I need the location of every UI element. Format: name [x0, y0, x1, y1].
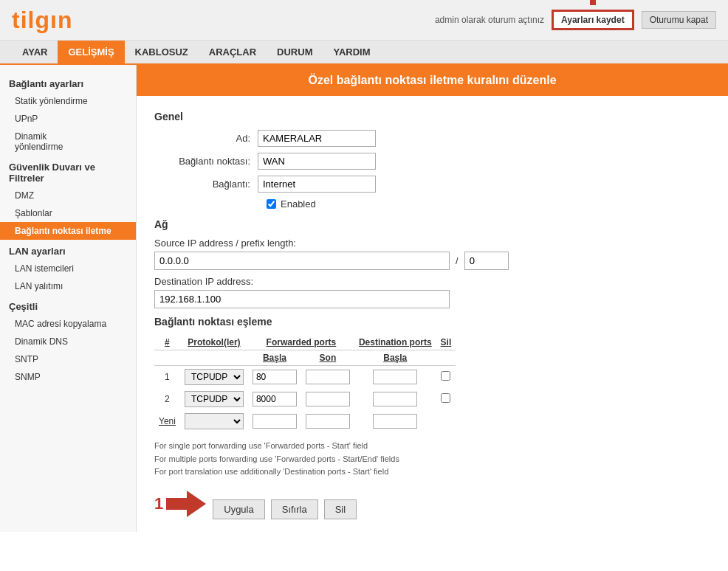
- info-line-3: For port translation use additionally 'D…: [154, 466, 710, 479]
- connection-input[interactable]: [258, 153, 376, 170]
- new-fwd-end-cell: [301, 410, 354, 432]
- row2-protocol: TCPUDP TCP UDP: [180, 388, 248, 410]
- new-protocol-select[interactable]: TCPUDP TCP UDP: [185, 413, 244, 429]
- row2-dest-start-input[interactable]: [373, 392, 417, 406]
- general-heading: Genel: [154, 111, 710, 122]
- content-area: Genel Ad: Bağlantı noktası: Bağlantı: En…: [137, 96, 728, 532]
- enabled-label: Enabled: [281, 198, 316, 210]
- sub-start-1: Başla: [248, 350, 301, 366]
- new-dest-start-input[interactable]: [373, 414, 417, 429]
- row1-fwd-start-input[interactable]: [253, 370, 297, 384]
- annotation-1-label: 1: [154, 494, 163, 513]
- admin-text: admin olarak oturum açtınız: [435, 15, 544, 25]
- row2-delete: [436, 388, 456, 410]
- sidebar-link-sntp[interactable]: SNTP: [0, 350, 136, 368]
- new-row-label: Yeni: [154, 410, 180, 432]
- slash-separator: /: [456, 255, 459, 266]
- dest-ip-input[interactable]: [154, 290, 450, 308]
- col-forwarded-ports: Forwarded ports: [248, 335, 354, 350]
- network-heading: Ağ: [154, 218, 710, 230]
- prefix-input[interactable]: [464, 252, 509, 270]
- new-fwd-start-input[interactable]: [253, 414, 297, 429]
- new-protocol-cell: TCPUDP TCP UDP: [180, 410, 248, 432]
- sidebar-link-baglanti-iletme[interactable]: Bağlantı noktası iletme: [0, 222, 136, 240]
- sidebar-link-dinamik-dns[interactable]: Dinamik DNS: [0, 333, 136, 350]
- nav-kablosuz[interactable]: KABLOSUZ: [125, 41, 199, 63]
- sidebar-section-baglanti: Bağlantı ayarları: [0, 72, 136, 92]
- sidebar-link-lan-istemci[interactable]: LAN istemcileri: [0, 260, 136, 277]
- new-fwd-start-cell: [248, 410, 301, 432]
- sidebar-section-lan: LAN ayarları: [0, 240, 136, 260]
- row1-delete-checkbox[interactable]: [441, 371, 450, 381]
- row1-protocol-select[interactable]: TCPUDP TCP UDP: [185, 369, 244, 385]
- logout-button[interactable]: Oturumu kapat: [642, 11, 716, 29]
- logo: tilgın: [12, 7, 72, 34]
- row1-delete: [436, 366, 456, 389]
- sidebar-link-statik[interactable]: Statik yönlendirme: [0, 92, 136, 110]
- name-label: Ad:: [154, 133, 258, 144]
- row1-fwd-end-input[interactable]: [306, 370, 350, 384]
- sidebar-section-guvenlik: Güvenlik Duvarı ve Filtreler: [0, 156, 136, 187]
- source-ip-input[interactable]: [154, 252, 450, 270]
- dest-ip-label: Destination IP address:: [154, 276, 710, 287]
- sidebar-link-dmz[interactable]: DMZ: [0, 187, 136, 204]
- nav-araclar[interactable]: ARAÇLAR: [199, 41, 267, 63]
- arrow-up-icon: [583, 0, 603, 10]
- sidebar-link-lan-yalitim[interactable]: LAN yalıtımı: [0, 277, 136, 295]
- col-protocols: Protokol(ler): [180, 335, 248, 350]
- svg-marker-4: [187, 491, 206, 517]
- table-row: 1 TCPUDP TCP UDP: [154, 366, 456, 389]
- page-title: Özel bağlantı noktası iletme kuralını dü…: [137, 65, 728, 96]
- row2-num: 2: [154, 388, 180, 410]
- internet-input[interactable]: [258, 176, 376, 193]
- main-nav: AYAR GELİŞMİŞ KABLOSUZ ARAÇLAR DURUM YAR…: [0, 41, 728, 65]
- row1-dest-start-input[interactable]: [373, 370, 417, 384]
- svg-rect-1: [590, 0, 596, 5]
- row2-protocol-select[interactable]: TCPUDP TCP UDP: [185, 391, 244, 407]
- new-dest-start-cell: [354, 410, 436, 432]
- sidebar-link-sablonlar[interactable]: Şablonlar: [0, 204, 136, 222]
- name-input[interactable]: [258, 130, 376, 147]
- save-button[interactable]: Ayarları kaydet: [552, 10, 634, 30]
- sidebar-link-snmp[interactable]: SNMP: [0, 368, 136, 386]
- table-row: 2 TCPUDP TCP UDP: [154, 388, 456, 410]
- nav-gelismis[interactable]: GELİŞMİŞ: [58, 41, 124, 63]
- delete-button[interactable]: Sil: [324, 499, 357, 519]
- row2-fwd-end-input[interactable]: [306, 392, 350, 406]
- reset-button[interactable]: Sıfırla: [271, 499, 318, 519]
- enabled-checkbox[interactable]: [267, 199, 276, 209]
- action-buttons: Uygula Sıfırla Sil: [213, 499, 357, 519]
- row2-fwd-end: [301, 388, 354, 410]
- info-text: For single port forwarding use 'Forwarde…: [154, 440, 710, 479]
- row1-num: 1: [154, 366, 180, 389]
- nav-durum[interactable]: DURUM: [267, 41, 323, 63]
- new-fwd-end-input[interactable]: [306, 414, 350, 429]
- svg-rect-3: [166, 498, 190, 510]
- new-row: Yeni TCPUDP TCP UDP: [154, 410, 456, 432]
- row1-protocol: TCPUDP TCP UDP: [180, 366, 248, 389]
- row1-fwd-start: [248, 366, 301, 389]
- apply-button[interactable]: Uygula: [213, 499, 264, 519]
- info-line-2: For multiple ports forwarding use 'Forwa…: [154, 453, 710, 466]
- enabled-row: Enabled: [267, 198, 710, 210]
- sidebar-link-mac[interactable]: MAC adresi kopyalama: [0, 315, 136, 333]
- sidebar-link-dinamik-yon[interactable]: Dinamikyönlendirme: [0, 128, 136, 156]
- port-mapping-heading: Bağlantı noktası eşleme: [154, 316, 710, 328]
- sidebar-link-upnp[interactable]: UPnP: [0, 110, 136, 128]
- arrow-right-icon: [166, 488, 207, 520]
- row2-delete-checkbox[interactable]: [441, 393, 450, 403]
- source-ip-row: /: [154, 252, 710, 270]
- info-line-1: For single port forwarding use 'Forwarde…: [154, 440, 710, 453]
- nav-ayar[interactable]: AYAR: [12, 41, 58, 63]
- nav-yardim[interactable]: YARDIM: [323, 41, 380, 63]
- connection-label: Bağlantı noktası:: [154, 156, 258, 167]
- internet-label: Bağlantı:: [154, 179, 258, 190]
- col-delete-header: Sil: [436, 335, 456, 350]
- internet-row: Bağlantı:: [154, 176, 710, 193]
- sidebar: Bağlantı ayarları Statik yönlendirme UPn…: [0, 65, 137, 532]
- row1-dest-start: [354, 366, 436, 389]
- top-right-area: admin olarak oturum açtınız Ayarları kay…: [435, 10, 716, 30]
- action-area: 1 Uygula Sıfırla Sil: [154, 488, 710, 520]
- row2-fwd-start-input[interactable]: [253, 392, 297, 406]
- connection-point-row: Bağlantı noktası:: [154, 153, 710, 170]
